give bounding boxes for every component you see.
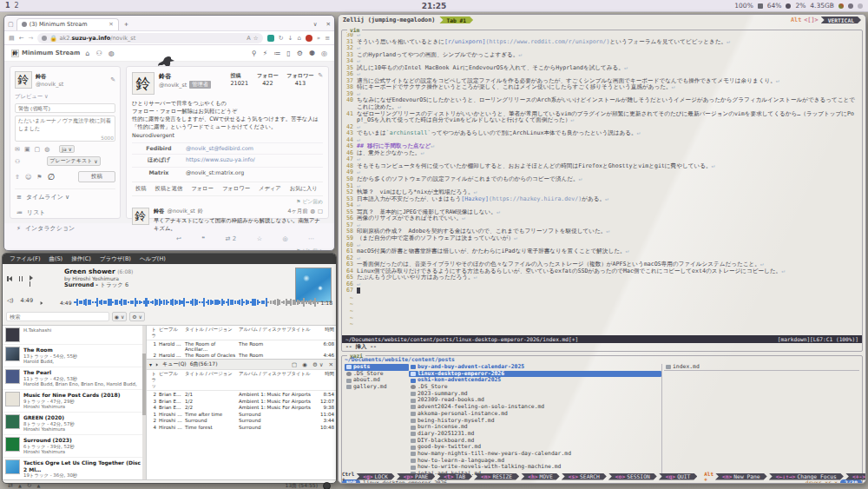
extension-teal-icon[interactable] xyxy=(267,35,274,42)
file-item[interactable]: advent2024-feeling-on-solo-instance.md xyxy=(409,404,661,411)
file-item[interactable]: diary-20251231.md xyxy=(409,431,661,438)
tab-list-chevron-icon[interactable]: ∨ xyxy=(313,21,318,28)
site-logo[interactable]: 鈴 Minimum Stream xyxy=(11,50,80,57)
emoji-icon[interactable]: ☺ xyxy=(25,174,31,181)
reload-icon[interactable]: ↻ xyxy=(279,35,284,42)
shuffle-chevron-icon[interactable]: ▲ xyxy=(18,483,22,488)
col-header[interactable]: 時間 xyxy=(317,371,334,389)
folder-item[interactable]: oshi-kon-adventcendar2025 xyxy=(409,377,661,384)
waveform-seekbar[interactable] xyxy=(74,296,318,308)
col-header[interactable]: ピープル xyxy=(159,327,185,339)
repeat-chevron-icon[interactable]: ▲ xyxy=(37,483,41,488)
col-header[interactable]: トラッ xyxy=(148,371,159,389)
track-row[interactable]: 2Harold …The Room of OraclesThe Room4:46 xyxy=(147,353,336,360)
profile-tab-2[interactable]: 投稿と返信 xyxy=(152,185,187,193)
tab-badge[interactable]: Tab #1 xyxy=(439,17,473,23)
bookmark-star-icon[interactable]: ☆ xyxy=(253,35,259,42)
lock-icon[interactable]: ◉ xyxy=(302,361,307,368)
album-row[interactable]: The Room13トラック - 54分, 55秒Harold Budd, xyxy=(3,345,146,367)
col-header[interactable]: ピープル xyxy=(159,371,185,389)
menu-1[interactable]: ファイル(F) xyxy=(10,255,40,263)
col-header[interactable]: タイトル / バージョン xyxy=(185,371,239,389)
file-item[interactable]: gallery.md xyxy=(345,384,409,391)
file-item[interactable]: burn-incense.md xyxy=(409,424,661,431)
tab-close-icon[interactable]: ✕ xyxy=(108,21,113,28)
track-row[interactable]: 3Brian E…1/2Ambient 1: Music For Airport… xyxy=(147,398,336,405)
col-header[interactable]: アルバム / ディスクサブタイトル xyxy=(239,371,317,389)
menu-icon[interactable]: ≡ xyxy=(325,35,330,42)
firefox-view-icon[interactable]: ▢ xyxy=(8,21,14,28)
search-icon[interactable]: ⚲ xyxy=(252,50,257,57)
gear-icon[interactable]: ⚙ ∨ xyxy=(312,361,324,368)
editor-pane[interactable]: vim 30↵31そういう思いを抱いているときに[r/unixporn](htt… xyxy=(341,30,863,352)
warning-input[interactable] xyxy=(15,103,115,113)
home-icon[interactable]: ⌂ xyxy=(85,50,89,57)
close-icon[interactable]: ✕ xyxy=(329,361,333,368)
upload-icon[interactable]: ⇧ xyxy=(15,174,20,181)
zap-icon[interactable]: ⚡ xyxy=(263,50,268,57)
sidebar-item-3[interactable]: ⚡インタラクション xyxy=(15,221,115,236)
boost-icon[interactable]: ⇄ 2 xyxy=(226,235,237,242)
more-icon[interactable]: ⋯ xyxy=(308,235,314,242)
track-row[interactable]: 4Hiroshi …Time forestSurround10:48 xyxy=(147,424,336,431)
menu-4[interactable]: ブラウザ(B) xyxy=(100,255,131,263)
album-row[interactable]: Tactics Ogre Let Us Cling Together (Disc… xyxy=(3,458,146,479)
new-tab-button[interactable]: + xyxy=(124,21,128,28)
seek-icon[interactable] xyxy=(41,301,43,305)
forward-icon[interactable]: → xyxy=(29,35,34,42)
people-icon[interactable]: ⚇ xyxy=(15,158,20,165)
album-scrollbar[interactable] xyxy=(142,326,146,479)
folder-item[interactable]: linux-desktop-emperor-2026 xyxy=(409,371,661,378)
dm-icon[interactable]: ✉ xyxy=(15,146,20,153)
volume-knob[interactable] xyxy=(323,482,331,489)
user-icon[interactable]: ⚉ xyxy=(309,50,315,57)
folder-item[interactable]: posts xyxy=(345,364,409,371)
browser-tab[interactable]: (3) Minimum Stream ✕ xyxy=(16,18,119,30)
file-item[interactable]: 2023-summary.md xyxy=(409,391,661,398)
eye-off-icon[interactable]: ∅ xyxy=(47,172,55,182)
language-select[interactable]: ja ∨ xyxy=(59,145,75,153)
info-icon[interactable]: ◎ xyxy=(321,50,327,57)
folder-item[interactable]: buy-and-buy-advent-calendar-2025 xyxy=(409,364,661,371)
album-row[interactable]: The Pearl11トラック - 42分, 53秒Harold Budd, B… xyxy=(3,367,146,390)
profile-tab-3[interactable]: フォロー xyxy=(187,185,217,193)
track-row[interactable]: 1Hiroshi …Time after timeSurround11:04 xyxy=(147,411,336,418)
collapse-icon[interactable]: ▾ xyxy=(149,361,152,367)
col-header[interactable]: トラ xyxy=(148,327,159,339)
file-item[interactable]: akkoma-personal-instance.md xyxy=(409,411,661,418)
browser-settings-dropdown[interactable]: ⚙ ∨ xyxy=(129,312,145,321)
next-icon[interactable] xyxy=(30,269,33,288)
track-row[interactable]: 1Harold …The Room of Ancillar…The Room6:… xyxy=(147,340,336,353)
file-item[interactable]: .DS_Store xyxy=(409,384,661,391)
file-item[interactable]: index.md xyxy=(664,364,859,371)
search-input[interactable] xyxy=(6,312,109,321)
poll-icon[interactable]: ⚑ xyxy=(36,174,42,181)
field-value[interactable]: @novik_st@fedibird.com xyxy=(186,145,253,151)
overflow-icon[interactable]: » xyxy=(317,35,320,42)
file-item[interactable]: how-many-nights-till-new-years-day-calen… xyxy=(409,451,661,458)
bookmark-icon[interactable]: ▯ xyxy=(286,50,290,57)
profile-stat[interactable]: フォロー422 xyxy=(257,72,278,87)
repeat-icon[interactable]: ↻ xyxy=(27,482,32,489)
album-row[interactable]: Surround (2023)6トラック - 39分, 52秒Hiroshi Y… xyxy=(3,435,146,458)
preview-toggle[interactable]: プレビュー ∨ xyxy=(15,93,115,101)
edit-profile-icon[interactable]: ✎ xyxy=(110,76,115,83)
previous-icon[interactable] xyxy=(7,275,12,283)
file-item[interactable]: good-bye-twitter.md xyxy=(409,444,661,451)
field-value[interactable]: https://www.suzu-ya.info/ xyxy=(186,156,255,164)
sidebar-item-1[interactable]: ≡タイムライン ∨ xyxy=(15,189,115,205)
users-icon[interactable]: ⚇ xyxy=(95,50,102,57)
queue-bar[interactable]: ▾ キュー(Q) 6曲(56:17) ▢ ◉ ⚙ ∨ ✕ xyxy=(147,359,336,370)
download-icon[interactable]: ↓ xyxy=(288,35,293,42)
pause-icon[interactable] xyxy=(19,275,23,283)
translate-icon[interactable]: A xyxy=(247,35,250,42)
menu-5[interactable]: ヘルプ(H) xyxy=(140,255,166,263)
track-row[interactable]: 2Brian E…2/1Ambient 1: Music For Airport… xyxy=(147,391,336,398)
profile-stat[interactable]: 投稿21021 xyxy=(230,72,248,87)
file-item[interactable]: how-to-write-novels-with-talking-machine… xyxy=(409,464,661,471)
post-expand-icon[interactable]: ▢ xyxy=(318,208,323,215)
sidebar-toggle-icon[interactable]: ▤ xyxy=(9,35,15,42)
gear-icon[interactable]: ⚙ xyxy=(297,50,303,57)
favorite-icon[interactable]: ☆ xyxy=(257,235,262,242)
reply-icon[interactable]: ↩ xyxy=(176,235,181,242)
